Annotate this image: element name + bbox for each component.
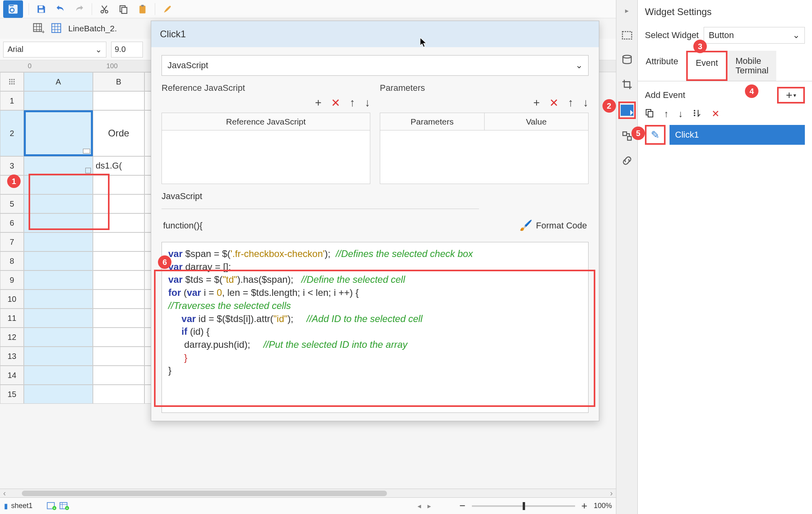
delete-icon[interactable]: ✕ [712, 108, 720, 119]
row-header[interactable]: 2 [0, 110, 24, 156]
row-header[interactable]: 6 [0, 213, 24, 232]
horizontal-scrollbar[interactable]: ‹ › [0, 489, 616, 497]
column-header[interactable]: A [24, 72, 93, 91]
cell[interactable] [93, 213, 144, 232]
zoom-out-icon[interactable]: − [460, 500, 466, 512]
cell[interactable] [93, 385, 144, 404]
row-header[interactable]: 5 [0, 194, 24, 213]
row-header[interactable]: 9 [0, 270, 24, 290]
cell[interactable] [24, 290, 93, 309]
language-select[interactable]: JavaScript ⌄ [162, 55, 589, 76]
dialog-title-bar[interactable]: Click1 [151, 21, 599, 47]
cut-icon[interactable] [98, 2, 111, 16]
cell[interactable] [93, 309, 144, 328]
row-header[interactable]: 11 [0, 309, 24, 328]
add-event-button[interactable]: +▾ [777, 87, 805, 104]
copy-icon[interactable] [117, 2, 130, 16]
cell[interactable] [24, 232, 93, 251]
selected-cell-a2[interactable] [24, 110, 93, 156]
brush-icon[interactable] [161, 2, 174, 16]
font-name-select[interactable]: Arial ⌄ [3, 42, 106, 58]
redo-icon[interactable] [73, 2, 86, 16]
edit-event-button[interactable]: ✎ [645, 125, 666, 145]
delete-icon[interactable]: ✕ [549, 96, 558, 109]
cell[interactable] [24, 156, 93, 175]
sheet-tab-label[interactable]: sheet1 [11, 502, 33, 510]
database-icon[interactable] [620, 52, 635, 67]
expand-icon[interactable]: ▸ [620, 3, 635, 18]
document-tab-label[interactable]: LineBatch_2. [68, 24, 117, 33]
row-header[interactable]: 3 [0, 156, 24, 175]
grid-plus-icon[interactable]: + [32, 22, 45, 35]
scrollbar-thumb[interactable] [22, 491, 387, 496]
sort-icon[interactable] [693, 108, 702, 119]
font-size-input[interactable]: 9.0 [111, 42, 143, 58]
move-up-icon[interactable]: ↑ [568, 96, 573, 109]
scroll-left-icon[interactable]: ‹ [3, 489, 6, 498]
cell[interactable] [24, 251, 93, 270]
move-up-icon[interactable]: ↑ [350, 96, 355, 109]
link-icon[interactable] [620, 153, 635, 168]
grid-icon[interactable] [50, 22, 63, 35]
row-header[interactable]: 14 [0, 366, 24, 385]
cell[interactable]: ds1.G( [93, 156, 144, 175]
tab-event[interactable]: Event [686, 51, 727, 81]
paste-icon[interactable] [136, 2, 149, 16]
column-header[interactable]: B [93, 72, 144, 91]
move-up-icon[interactable]: ↑ [664, 108, 669, 119]
cell[interactable] [93, 366, 144, 385]
row-header[interactable]: 15 [0, 385, 24, 404]
widget-type-select[interactable]: Button ⌄ [704, 27, 805, 44]
cell[interactable] [24, 270, 93, 290]
cell[interactable] [93, 175, 144, 194]
select-all-cell[interactable] [0, 72, 24, 91]
bound-icon[interactable] [620, 28, 635, 43]
nav-prev-icon[interactable]: ▸ [427, 502, 431, 510]
add-icon[interactable]: + [315, 96, 321, 109]
tab-mobile-terminal[interactable]: Mobile Terminal [727, 51, 776, 81]
cell[interactable] [24, 213, 93, 232]
cell[interactable] [93, 347, 144, 366]
undo-icon[interactable] [54, 2, 67, 16]
row-header[interactable]: 7 [0, 232, 24, 251]
reference-js-table[interactable]: Reference JavaScript [162, 113, 370, 184]
save-icon[interactable] [35, 2, 48, 16]
copy-icon[interactable] [645, 108, 654, 119]
cell[interactable] [93, 91, 144, 110]
move-down-icon[interactable]: ↓ [583, 96, 589, 109]
add-icon[interactable]: + [533, 96, 540, 109]
cell[interactable] [24, 91, 93, 110]
code-editor[interactable]: var $span = $('.fr-checkbox-checkon'); /… [162, 242, 589, 413]
cell[interactable] [24, 347, 93, 366]
cell[interactable] [93, 270, 144, 290]
crop-icon[interactable] [620, 77, 635, 92]
add-sheet-icon[interactable]: + [47, 502, 56, 510]
zoom-in-icon[interactable]: + [581, 500, 587, 512]
cell[interactable] [93, 232, 144, 251]
scroll-right-icon[interactable]: › [610, 489, 613, 498]
cell[interactable] [93, 251, 144, 270]
row-header[interactable]: 8 [0, 251, 24, 270]
row-header[interactable]: 1 [0, 91, 24, 110]
event-item[interactable]: Click1 [670, 125, 805, 145]
zoom-slider[interactable] [472, 505, 575, 507]
cell[interactable] [93, 290, 144, 309]
cell[interactable]: Orde [93, 110, 144, 156]
cell[interactable] [24, 175, 93, 194]
cell[interactable] [24, 194, 93, 213]
move-down-icon[interactable]: ↓ [678, 108, 683, 119]
cell[interactable] [93, 194, 144, 213]
move-down-icon[interactable]: ↓ [365, 96, 370, 109]
tab-attribute[interactable]: Attribute [638, 51, 686, 81]
delete-icon[interactable]: ✕ [331, 96, 340, 109]
nav-first-icon[interactable]: ◂ [418, 502, 421, 510]
row-header[interactable]: 13 [0, 347, 24, 366]
row-header[interactable]: 12 [0, 328, 24, 347]
zoom-slider-thumb[interactable] [523, 502, 525, 510]
cell[interactable] [24, 309, 93, 328]
cell[interactable] [24, 385, 93, 404]
add-sheet-alt-icon[interactable]: + [60, 502, 69, 510]
cell[interactable] [24, 328, 93, 347]
widget-settings-icon[interactable] [618, 102, 636, 119]
cell[interactable] [93, 328, 144, 347]
